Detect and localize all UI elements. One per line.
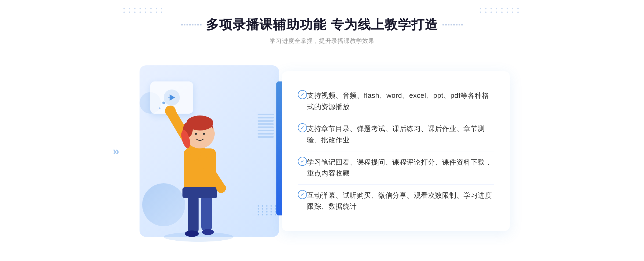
illustration-wrapper — [134, 60, 284, 242]
svg-point-9 — [165, 106, 176, 116]
check-icon-3: ✓ — [298, 157, 307, 166]
check-icon-2: ✓ — [298, 123, 307, 132]
human-figure-illustration — [156, 87, 241, 242]
content-area: » — [134, 60, 510, 242]
page-container: 多项录播课辅助功能 专为线上教学打造 学习进度全掌握，提升录播课教学效果 » — [0, 0, 644, 261]
svg-point-11 — [216, 183, 226, 193]
dots-decoration-top-right — [480, 8, 521, 13]
svg-point-16 — [195, 133, 197, 135]
feature-text-4: 互动弹幕、试听购买、微信分享、观看次数限制、学习进度跟踪、数据统计 — [307, 190, 494, 212]
check-icon-4: ✓ — [298, 190, 307, 199]
feature-item-1: ✓ 支持视频、音频、flash、word、excel、ppt、pdf等各种格式的… — [298, 85, 494, 118]
svg-point-4 — [202, 229, 214, 235]
feature-text-3: 学习笔记回看、课程提问、课程评论打分、课件资料下载，重点内容收藏 — [307, 157, 494, 179]
content-panel: ✓ 支持视频、音频、flash、word、excel、ppt、pdf等各种格式的… — [282, 71, 510, 231]
subtitle-text: 学习进度全掌握，提升录播课教学效果 — [181, 37, 463, 45]
header-section: 多项录播课辅助功能 专为线上教学打造 学习进度全掌握，提升录播课教学效果 — [181, 16, 463, 45]
deco-lines-decoration — [258, 114, 274, 146]
feature-item-3: ✓ 学习笔记回看、课程提问、课程评论打分、课件资料下载，重点内容收藏 — [298, 151, 494, 185]
svg-rect-2 — [201, 194, 212, 232]
title-decoration-left — [181, 24, 202, 25]
svg-point-3 — [185, 230, 199, 237]
svg-point-20 — [159, 107, 160, 109]
title-decoration-right — [442, 24, 463, 25]
svg-rect-7 — [182, 187, 217, 198]
svg-point-17 — [203, 133, 205, 135]
svg-point-19 — [168, 97, 170, 98]
dots-decoration-top-left — [123, 8, 164, 13]
svg-point-18 — [162, 102, 165, 104]
feature-text-1: 支持视频、音频、flash、word、excel、ppt、pdf等各种格式的资源… — [307, 90, 494, 112]
feature-item-4: ✓ 互动弹幕、试听购买、微信分享、观看次数限制、学习进度跟踪、数据统计 — [298, 185, 494, 218]
title-text: 多项录播课辅助功能 专为线上教学打造 — [206, 16, 438, 33]
svg-rect-1 — [188, 194, 199, 234]
feature-item-2: ✓ 支持章节目录、弹题考试、课后练习、课后作业、章节测验、批改作业 — [298, 118, 494, 151]
chevron-left-icon: » — [113, 144, 119, 158]
left-chevron-decoration: » — [113, 144, 119, 158]
main-title: 多项录播课辅助功能 专为线上教学打造 — [181, 16, 463, 33]
feature-text-2: 支持章节目录、弹题考试、课后练习、课后作业、章节测验、批改作业 — [307, 123, 494, 146]
check-icon-1: ✓ — [298, 90, 307, 99]
